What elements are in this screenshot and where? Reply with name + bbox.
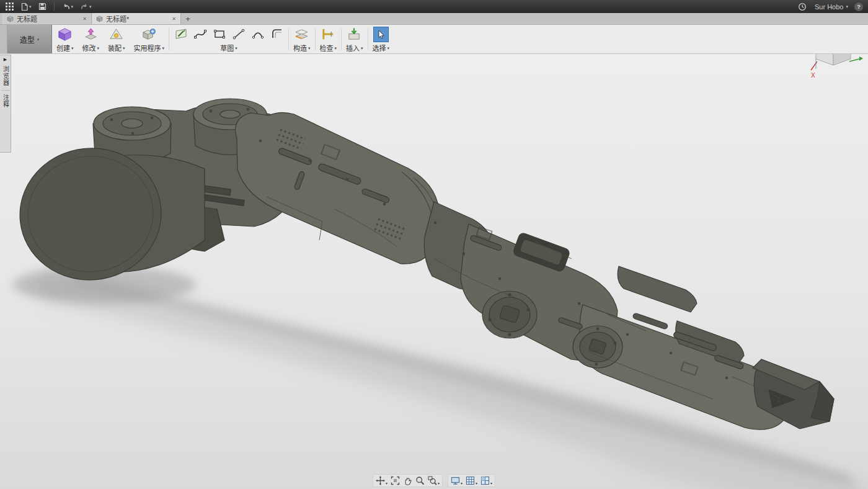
app-grid-button[interactable] <box>4 2 16 11</box>
group-label: 插入 <box>346 43 360 53</box>
create-sketch-icon <box>174 27 188 41</box>
fillet-icon <box>270 27 284 41</box>
viewcube-left-face[interactable] <box>816 54 833 65</box>
arc-tool-button[interactable] <box>250 27 265 42</box>
new-tab-button[interactable]: + <box>181 13 195 24</box>
undo-icon <box>62 2 71 11</box>
document-tab-2-active[interactable]: 无标题* ✕ <box>92 13 181 24</box>
create-cube-icon <box>57 27 73 42</box>
viewports-button[interactable]: ▾ <box>480 475 493 486</box>
browser-panel-tab[interactable]: 浏览器 <box>1 66 10 86</box>
group-label: 构造 <box>293 43 307 53</box>
model-canvas[interactable] <box>0 54 868 489</box>
grid-snap-button[interactable]: ▾ <box>465 475 478 486</box>
measure-icon <box>321 27 336 42</box>
fit-frame-icon <box>391 476 400 485</box>
group-label: 草图 <box>220 43 234 53</box>
monitor-icon <box>451 476 460 485</box>
select-active-highlight <box>373 27 389 42</box>
ribbon-grip <box>0 25 7 53</box>
close-icon[interactable]: ✕ <box>82 16 87 22</box>
viewcube[interactable]: X Y <box>810 54 863 89</box>
ribbon-group-utilities[interactable]: 实用程序▾ <box>130 25 169 53</box>
close-icon[interactable]: ✕ <box>171 16 177 22</box>
chevron-down-icon: ▾ <box>89 4 92 9</box>
undo-button[interactable]: ▾ <box>60 2 76 11</box>
comments-panel-tab[interactable]: 注释 <box>1 94 10 108</box>
group-label: 实用程序 <box>134 43 161 53</box>
spline-tool-button[interactable] <box>193 27 207 42</box>
ribbon-toolbar: 造型 ▾ 创建▾ 修改▾ 装配▾ 实用程序▾ <box>0 25 868 54</box>
apps-grid-icon <box>6 2 14 11</box>
ribbon-group-inspect[interactable]: 检查▾ <box>316 25 342 53</box>
document-tabbar: 无标题 ✕ 无标题* ✕ + <box>0 13 868 25</box>
document-tab-1[interactable]: 无标题 ✕ <box>2 13 92 24</box>
chevron-down-icon: ▾ <box>235 46 237 50</box>
ribbon-group-construct[interactable]: 构造▾ <box>289 25 315 53</box>
document-icon <box>96 16 103 22</box>
ribbon-group-insert[interactable]: 插入▾ <box>342 25 368 53</box>
toolbar-separator <box>54 2 55 11</box>
hand-icon <box>403 476 412 485</box>
create-sketch-button[interactable] <box>174 27 188 42</box>
ribbon-group-create[interactable]: 创建▾ <box>52 25 78 53</box>
tab-title: 无标题 <box>17 14 79 24</box>
chevron-down-icon: ▾ <box>71 46 74 50</box>
save-icon <box>38 2 46 11</box>
chevron-down-icon: ▾ <box>361 46 363 50</box>
pan-arrows-icon <box>376 476 385 485</box>
ribbon-group-select[interactable]: 选择▾ <box>368 25 394 53</box>
redo-icon <box>80 2 89 11</box>
group-label: 修改 <box>82 43 96 53</box>
user-account-button[interactable]: Sur Hobo ▾ <box>815 3 848 11</box>
chevron-down-icon: ▾ <box>37 37 40 42</box>
utilities-icon <box>141 27 157 42</box>
line-tool-button[interactable] <box>231 27 246 42</box>
group-label: 选择 <box>373 43 386 53</box>
fillet-tool-button[interactable] <box>270 27 284 42</box>
construct-plane-icon <box>294 27 309 42</box>
tab-title: 无标题* <box>106 14 168 24</box>
modify-presspull-icon <box>83 27 99 42</box>
display-settings-button[interactable]: ▾ <box>450 475 463 486</box>
redo-button[interactable]: ▾ <box>78 2 94 11</box>
cursor-icon <box>376 29 386 40</box>
y-axis-arrow-icon <box>859 56 863 61</box>
workspace-selector-button[interactable]: 造型 ▾ <box>7 25 52 53</box>
chevron-down-icon: ▾ <box>490 482 492 485</box>
viewcube-right-face[interactable] <box>833 54 851 65</box>
ribbon-group-modify[interactable]: 修改▾ <box>78 25 104 53</box>
save-button[interactable] <box>37 2 48 11</box>
fit-view-button[interactable] <box>390 475 401 486</box>
group-label: 创建 <box>56 43 70 53</box>
expand-panel-arrow-icon[interactable]: ▶ <box>4 57 7 62</box>
pan-hand-button[interactable] <box>402 475 413 486</box>
group-label: 装配 <box>108 43 122 53</box>
ribbon-group-assemble[interactable]: 装配▾ <box>104 25 130 53</box>
job-status-button[interactable] <box>796 2 808 12</box>
fusion-app-window: ▾ ▾ ▾ Sur Hobo ▾ ? 无标题 <box>0 0 868 489</box>
zoom-button[interactable] <box>415 475 425 486</box>
chevron-down-icon: ▾ <box>308 46 311 50</box>
help-button[interactable]: ? <box>854 2 863 11</box>
collapsed-panel-strip: ▶ 浏览器 注释 <box>0 55 11 153</box>
magnifier-icon <box>415 476 425 485</box>
viewport-3d[interactable]: ▶ 浏览器 注释 X Y ▾ <box>0 54 868 489</box>
topbar-right: Sur Hobo ▾ ? <box>796 2 864 12</box>
chevron-down-icon: ▾ <box>162 46 165 50</box>
viewports-icon <box>480 476 490 485</box>
pan-button[interactable]: ▾ <box>375 475 388 486</box>
assemble-component-icon <box>108 27 124 42</box>
rectangle-tool-button[interactable] <box>212 27 226 42</box>
ribbon-group-sketch: 草图▾ <box>169 25 288 53</box>
nav-cluster-camera: ▾ ▾ <box>373 474 443 487</box>
zoom-window-button[interactable]: ▾ <box>427 475 440 486</box>
file-menu-button[interactable]: ▾ <box>19 2 33 12</box>
group-label: 检查 <box>320 43 334 53</box>
grid-icon <box>466 476 475 485</box>
chevron-down-icon: ▾ <box>461 482 463 485</box>
rectangle-icon <box>213 27 226 41</box>
workspace-label: 造型 <box>20 34 35 45</box>
navigation-toolbar: ▾ ▾ ▾ <box>373 474 495 487</box>
chevron-down-icon: ▾ <box>123 46 125 50</box>
